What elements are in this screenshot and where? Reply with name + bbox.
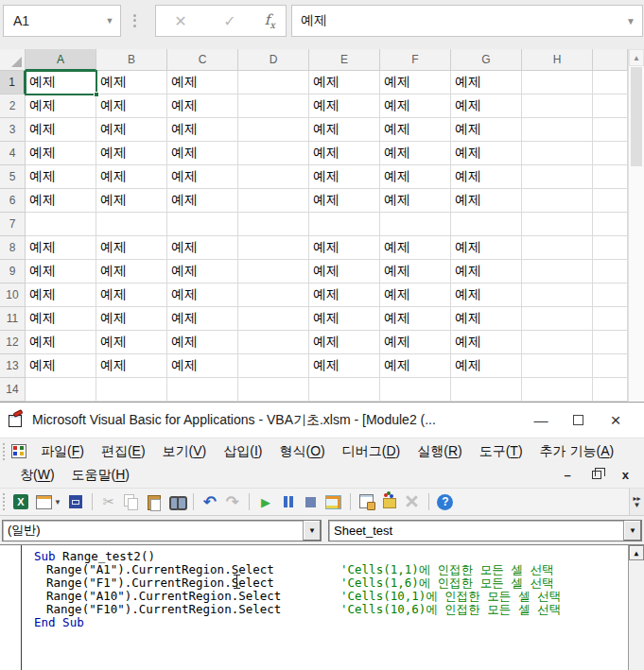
cell-E14[interactable] bbox=[309, 378, 380, 402]
row-header-12[interactable]: 12 bbox=[0, 331, 26, 354]
undo-icon[interactable] bbox=[200, 491, 220, 512]
cell-D2[interactable] bbox=[238, 94, 309, 118]
formula-input[interactable]: 예제 ▼ bbox=[291, 5, 643, 37]
row-header-13[interactable]: 13 bbox=[0, 354, 26, 378]
code-vertical-scrollbar[interactable]: ▲ bbox=[628, 545, 644, 670]
menu-item-w[interactable]: 창(W) bbox=[11, 464, 63, 485]
cell-partial-12[interactable] bbox=[593, 331, 628, 354]
cell-D4[interactable] bbox=[238, 142, 309, 165]
menu-drag-handle[interactable] bbox=[3, 443, 8, 460]
cell-partial-10[interactable] bbox=[593, 283, 628, 307]
cell-G13[interactable]: 예제 bbox=[451, 354, 522, 378]
cell-H7[interactable] bbox=[522, 213, 593, 236]
cell-A13[interactable]: 예제 bbox=[26, 354, 96, 378]
object-browser-icon[interactable] bbox=[379, 491, 400, 512]
help-icon[interactable] bbox=[435, 491, 456, 512]
column-header-G[interactable]: G bbox=[451, 49, 522, 71]
cell-G11[interactable]: 예제 bbox=[451, 307, 522, 331]
cell-A4[interactable]: 예제 bbox=[26, 142, 96, 165]
toolbar-overflow-icon[interactable]: ▸▸▼ bbox=[629, 489, 644, 515]
scroll-up-icon[interactable]: ▲ bbox=[629, 49, 644, 66]
cell-A6[interactable]: 예제 bbox=[26, 189, 96, 213]
cell-F12[interactable]: 예제 bbox=[380, 331, 451, 354]
cell-D13[interactable] bbox=[238, 354, 309, 378]
code-scroll-up-icon[interactable]: ▲ bbox=[629, 545, 644, 560]
cell-B2[interactable]: 예제 bbox=[96, 94, 167, 118]
design-mode-icon[interactable] bbox=[323, 491, 344, 512]
cell-D12[interactable] bbox=[238, 331, 309, 354]
paste-icon[interactable] bbox=[144, 491, 165, 512]
cell-partial-9[interactable] bbox=[593, 260, 628, 283]
cell-B5[interactable]: 예제 bbox=[96, 165, 167, 189]
cell-C14[interactable] bbox=[167, 378, 238, 402]
cell-H11[interactable] bbox=[522, 307, 593, 331]
cell-B12[interactable]: 예제 bbox=[96, 331, 167, 354]
cell-C12[interactable]: 예제 bbox=[167, 331, 238, 354]
column-header-E[interactable]: E bbox=[309, 49, 380, 71]
code-line[interactable]: Range("F1").CurrentRegion.Select'Cells(1… bbox=[34, 576, 644, 590]
cell-C2[interactable]: 예제 bbox=[167, 94, 238, 118]
cell-D6[interactable] bbox=[238, 189, 309, 213]
row-header-9[interactable]: 9 bbox=[0, 260, 26, 283]
cell-F2[interactable]: 예제 bbox=[380, 94, 451, 118]
save-icon[interactable] bbox=[65, 491, 86, 512]
object-dropdown[interactable]: (일반) ▼ bbox=[2, 520, 322, 541]
cell-E6[interactable]: 예제 bbox=[309, 189, 380, 213]
cell-F10[interactable]: 예제 bbox=[380, 283, 451, 307]
menu-item-i[interactable]: 삽입(I) bbox=[215, 440, 270, 461]
cell-G6[interactable]: 예제 bbox=[451, 189, 522, 213]
cell-F1[interactable]: 예제 bbox=[380, 71, 451, 94]
cell-C4[interactable]: 예제 bbox=[167, 142, 238, 165]
procedure-dropdown-arrow-icon[interactable]: ▼ bbox=[623, 521, 641, 541]
cell-A7[interactable] bbox=[26, 213, 96, 236]
menu-item-d[interactable]: 디버그(D) bbox=[334, 440, 409, 461]
cell-F3[interactable]: 예제 bbox=[380, 118, 451, 142]
column-header-partial[interactable] bbox=[593, 49, 628, 71]
row-header-14[interactable]: 14 bbox=[0, 378, 26, 402]
cell-H5[interactable] bbox=[522, 165, 593, 189]
cell-B13[interactable]: 예제 bbox=[96, 354, 167, 378]
cell-E10[interactable]: 예제 bbox=[309, 283, 380, 307]
cell-C13[interactable]: 예제 bbox=[167, 354, 238, 378]
run-icon[interactable] bbox=[255, 491, 276, 512]
column-header-B[interactable]: B bbox=[96, 49, 167, 71]
cell-D7[interactable] bbox=[238, 213, 309, 236]
cell-H2[interactable] bbox=[522, 94, 593, 118]
cell-C6[interactable]: 예제 bbox=[167, 189, 238, 213]
cell-E1[interactable]: 예제 bbox=[309, 71, 380, 94]
menu-item-h[interactable]: 도움말(H) bbox=[63, 464, 138, 485]
cell-D8[interactable] bbox=[238, 236, 309, 260]
cell-H12[interactable] bbox=[522, 331, 593, 354]
excel-scrollbar-thumb[interactable] bbox=[631, 67, 642, 166]
row-header-11[interactable]: 11 bbox=[0, 307, 26, 331]
reset-icon[interactable] bbox=[301, 491, 322, 512]
cell-partial-3[interactable] bbox=[593, 118, 628, 142]
cell-G5[interactable]: 예제 bbox=[451, 165, 522, 189]
code-line[interactable]: Range("F10").CurrentRegion.Select'Cells(… bbox=[34, 603, 644, 616]
cell-B8[interactable]: 예제 bbox=[96, 236, 167, 260]
row-header-2[interactable]: 2 bbox=[0, 94, 26, 118]
code-line[interactable]: Range("A1").CurrentRegion.Select'Cells(1… bbox=[34, 563, 644, 576]
object-dropdown-arrow-icon[interactable]: ▼ bbox=[303, 521, 321, 541]
cell-E4[interactable]: 예제 bbox=[309, 142, 380, 165]
cell-D14[interactable] bbox=[238, 378, 309, 402]
column-header-D[interactable]: D bbox=[238, 49, 309, 71]
cell-H13[interactable] bbox=[522, 354, 593, 378]
cell-A1[interactable]: 예제 bbox=[26, 71, 96, 94]
row-header-5[interactable]: 5 bbox=[0, 165, 26, 189]
cancel-icon[interactable]: ✕ bbox=[166, 12, 195, 30]
cell-D11[interactable] bbox=[238, 307, 309, 331]
cell-B9[interactable]: 예제 bbox=[96, 260, 167, 283]
cell-H10[interactable] bbox=[522, 283, 593, 307]
view-excel-icon[interactable] bbox=[10, 491, 31, 512]
menu-item-t[interactable]: 도구(T) bbox=[471, 440, 531, 461]
code-editor[interactable]: Sub Range_test2()Range("A1").CurrentRegi… bbox=[0, 545, 644, 670]
cell-E13[interactable]: 예제 bbox=[309, 354, 380, 378]
cell-A5[interactable]: 예제 bbox=[26, 165, 96, 189]
name-box[interactable]: A1 ▼ bbox=[3, 5, 121, 37]
cell-partial-13[interactable] bbox=[593, 354, 628, 378]
cell-E12[interactable]: 예제 bbox=[309, 331, 380, 354]
cell-E2[interactable]: 예제 bbox=[309, 94, 380, 118]
cell-G9[interactable]: 예제 bbox=[451, 260, 522, 283]
cell-E11[interactable]: 예제 bbox=[309, 307, 380, 331]
